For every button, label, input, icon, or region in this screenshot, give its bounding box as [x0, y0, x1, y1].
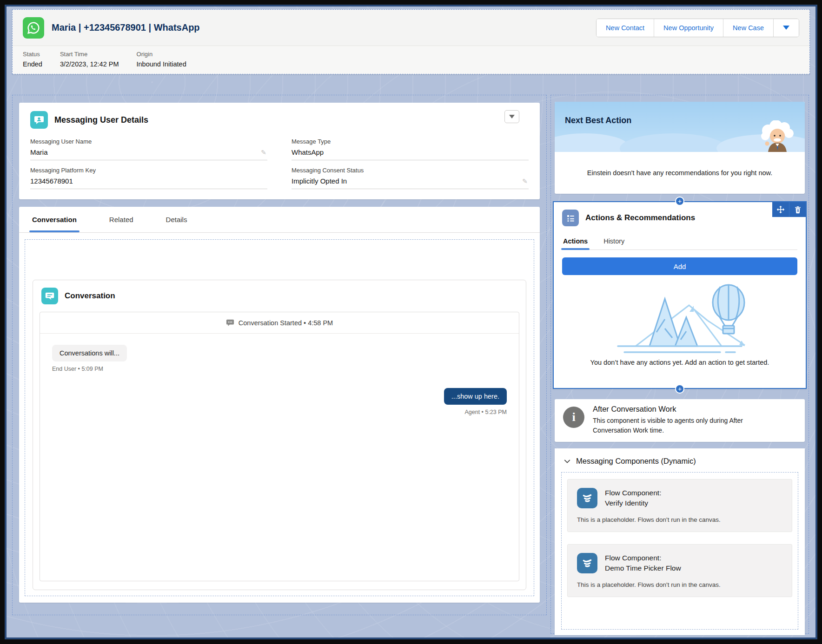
- tab-conversation[interactable]: Conversation: [31, 207, 78, 232]
- next-best-action-header: Next Best Action: [555, 102, 805, 152]
- status-field: Status Ended: [23, 51, 42, 68]
- message-outbound: ...show up here. Agent • 5:23 PM: [52, 388, 507, 415]
- record-action-buttons: New Contact New Opportunity New Case: [596, 19, 799, 37]
- actions-recommendations-icon: [562, 210, 579, 226]
- status-value: Ended: [23, 60, 42, 68]
- flow-component-verify-identity[interactable]: Flow Component: Verify Identity This is …: [567, 479, 792, 532]
- highlights-panel: Maria | +12345678901 | WhatsApp New Cont…: [12, 9, 810, 74]
- record-tabset: Conversation Related Details: [19, 207, 540, 233]
- field-messaging-user-name: Messaging User Name Maria ✎: [30, 138, 267, 160]
- messaging-components-title: Messaging Components (Dynamic): [576, 457, 696, 466]
- field-value: 12345678901: [30, 177, 267, 185]
- conversation-component: Conversation Conversation Started • 4:58…: [33, 280, 526, 590]
- next-best-action-title: Next Best Action: [565, 116, 631, 125]
- field-value: Implicitly Opted In: [292, 177, 529, 185]
- actions-tabset: Actions History: [562, 235, 797, 250]
- message-inbound: Conversations will... End User • 5:09 PM: [52, 345, 507, 372]
- actions-empty-text: You don’t have any actions yet. Add an a…: [562, 359, 797, 366]
- page-title: Maria | +12345678901 | WhatsApp: [52, 22, 200, 33]
- add-component-icon[interactable]: +: [675, 384, 684, 394]
- record-meta-row: Status Ended Start Time 3/2/2023, 12:42 …: [13, 46, 809, 68]
- messaging-user-details-card: Messaging User Details Messaging User Na…: [19, 103, 540, 199]
- more-actions-dropdown[interactable]: [774, 19, 799, 37]
- field-label: Messaging Platform Key: [30, 167, 267, 174]
- field-label: Messaging Consent Status: [292, 167, 529, 174]
- conversation-tab-panel: Conversation Conversation Started • 4:58…: [25, 239, 534, 596]
- delete-component-icon[interactable]: [789, 202, 806, 217]
- card-title: Messaging User Details: [54, 115, 148, 125]
- new-case-button[interactable]: New Case: [723, 19, 774, 37]
- cloud-shape: [555, 133, 629, 152]
- start-time-value: 3/2/2023, 12:42 PM: [60, 60, 119, 68]
- conversation-started-row: Conversation Started • 4:58 PM: [40, 312, 519, 334]
- origin-label: Origin: [137, 51, 186, 58]
- flow-component-title: Flow Component: Demo Time Picker Flow: [605, 553, 681, 574]
- einstein-mascot: [756, 120, 799, 152]
- add-action-button[interactable]: Add: [562, 257, 797, 275]
- conversation-title: Conversation: [65, 291, 115, 301]
- tab-history[interactable]: History: [603, 235, 625, 250]
- messaging-components-panel: Messaging Components (Dynamic) Flow Comp…: [555, 448, 805, 635]
- message-meta: Agent • 5:23 PM: [52, 409, 507, 415]
- status-label: Status: [23, 51, 42, 58]
- info-icon: i: [563, 407, 584, 428]
- whatsapp-icon: [23, 17, 44, 39]
- flow-icon: [577, 488, 597, 508]
- message-bubble: ...show up here.: [444, 388, 507, 405]
- move-component-icon[interactable]: [772, 202, 789, 217]
- add-component-icon[interactable]: +: [675, 197, 684, 206]
- message-meta: End User • 5:09 PM: [52, 366, 507, 372]
- flow-component-demo-time-picker[interactable]: Flow Component: Demo Time Picker Flow Th…: [567, 544, 792, 597]
- card-actions-dropdown[interactable]: [504, 110, 519, 123]
- edit-pencil-icon[interactable]: ✎: [261, 149, 266, 156]
- app-builder-canvas: Maria | +12345678901 | WhatsApp New Cont…: [5, 5, 817, 639]
- main-region: Messaging User Details Messaging User Na…: [12, 95, 547, 615]
- messaging-components-list: Flow Component: Verify Identity This is …: [561, 472, 798, 630]
- messaging-user-icon: [30, 111, 48, 129]
- edit-pencil-icon[interactable]: ✎: [522, 177, 528, 185]
- field-messaging-platform-key: Messaging Platform Key 12345678901: [30, 167, 267, 189]
- field-label: Messaging User Name: [30, 138, 267, 145]
- start-time-label: Start Time: [60, 51, 119, 58]
- after-conversation-work-card: i After Conversation Work This component…: [555, 399, 805, 442]
- next-best-action-card: Next Best Action Einstein doesn't have a…: [555, 102, 805, 194]
- new-opportunity-button[interactable]: New Opportunity: [654, 19, 723, 37]
- flow-placeholder-text: This is a placeholder. Flows don't run i…: [577, 581, 782, 588]
- message-bubble: Conversations will...: [52, 345, 127, 361]
- tab-related[interactable]: Related: [108, 207, 134, 232]
- actions-recommendations-card: + +: [553, 201, 807, 389]
- field-value: Maria: [30, 148, 267, 156]
- conversation-started-text: Conversation Started • 4:58 PM: [239, 319, 333, 327]
- cloud-shape: [620, 133, 727, 152]
- chat-bubble-icon: [226, 319, 234, 327]
- field-label: Message Type: [292, 138, 529, 145]
- flow-icon: [577, 553, 597, 573]
- record-tabs-card: Conversation Related Details Co: [19, 207, 540, 603]
- flow-placeholder-text: This is a placeholder. Flows don't run i…: [577, 516, 782, 523]
- field-message-type: Message Type WhatsApp: [292, 138, 529, 160]
- flow-component-title: Flow Component: Verify Identity: [605, 488, 661, 509]
- chevron-down-icon: [783, 26, 789, 30]
- actions-recommendations-title: Actions & Recommendations: [585, 213, 695, 223]
- sidebar-region: Next Best Action Einstein doesn't have a…: [550, 95, 809, 634]
- field-value: WhatsApp: [292, 148, 529, 156]
- acw-title: After Conversation Work: [593, 405, 765, 414]
- new-contact-button[interactable]: New Contact: [597, 19, 654, 37]
- tab-details[interactable]: Details: [165, 207, 188, 232]
- empty-state-illustration: [562, 275, 797, 358]
- conversation-log: Conversation Started • 4:58 PM Conversat…: [40, 312, 519, 581]
- screenshot-frame: Maria | +12345678901 | WhatsApp New Cont…: [0, 0, 822, 644]
- chevron-down-icon[interactable]: [564, 458, 570, 465]
- component-toolbar: [772, 202, 806, 217]
- start-time-field: Start Time 3/2/2023, 12:42 PM: [60, 51, 119, 68]
- origin-value: Inbound Initiated: [137, 60, 186, 68]
- origin-field: Origin Inbound Initiated: [137, 51, 186, 68]
- nba-empty-text: Einstein doesn't have any recommendation…: [587, 169, 773, 177]
- tab-actions[interactable]: Actions: [562, 235, 589, 250]
- field-messaging-consent-status: Messaging Consent Status Implicitly Opte…: [292, 167, 529, 189]
- chevron-down-icon: [509, 115, 515, 118]
- conversation-icon: [41, 288, 58, 304]
- acw-description: This component is visible to agents only…: [593, 416, 765, 435]
- record-title-row: Maria | +12345678901 | WhatsApp New Cont…: [13, 10, 809, 46]
